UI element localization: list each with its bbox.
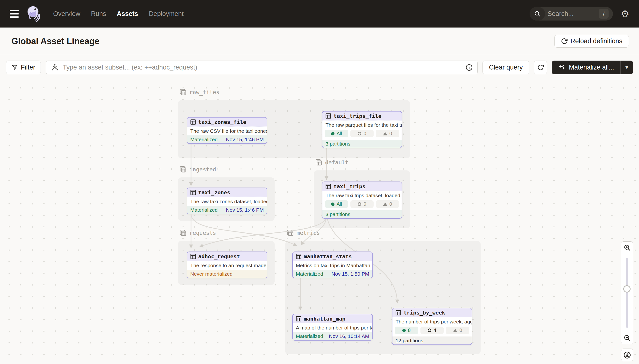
failed-partitions-badge[interactable]: 0 xyxy=(350,130,374,137)
download-icon xyxy=(623,351,631,359)
table-icon xyxy=(190,254,196,259)
failed-ring-icon xyxy=(428,328,431,332)
failed-partitions-badge[interactable]: 0 xyxy=(350,200,374,208)
asset-partitions-footer: 3 partitions xyxy=(322,140,402,148)
menu-icon[interactable] xyxy=(10,8,19,20)
asset-name: manhattan_map xyxy=(304,316,345,322)
zoom-slider-thumb[interactable] xyxy=(623,285,630,292)
materialization-timestamp[interactable]: Nov 15, 1:46 PM xyxy=(226,136,264,142)
asset-name: manhattan_stats xyxy=(304,254,352,260)
partitions-count: 12 partitions xyxy=(396,338,423,344)
download-image-button[interactable] xyxy=(621,348,633,361)
materialized-partitions-badge[interactable]: 8 xyxy=(395,326,418,334)
zoom-in-icon xyxy=(623,244,631,251)
refresh-button[interactable] xyxy=(534,60,547,74)
asset-node-header: taxi_zones xyxy=(187,188,267,197)
table-icon xyxy=(296,316,301,322)
nav-menu: Overview Runs Assets Deployment xyxy=(53,10,184,18)
nav-item-deployment[interactable]: Deployment xyxy=(149,10,184,18)
filter-button[interactable]: Filter xyxy=(6,60,41,74)
zoom-in-button[interactable] xyxy=(621,242,633,254)
failed-ring-icon xyxy=(358,132,361,136)
asset-name: taxi_trips_file xyxy=(334,113,382,119)
asset-description: A map of the number of trips per taxi z.… xyxy=(293,323,372,332)
asset-status-footer: Materialized Nov 15, 1:46 PM xyxy=(187,206,267,214)
asset-node-header: trips_by_week xyxy=(392,308,472,317)
page-title: Global Asset Lineage xyxy=(11,36,100,46)
nav-item-overview[interactable]: Overview xyxy=(53,10,81,18)
nav-item-assets[interactable]: Assets xyxy=(117,10,138,18)
search-box[interactable]: / xyxy=(530,7,613,20)
materialization-timestamp[interactable]: Nov 15, 1:50 PM xyxy=(332,271,369,277)
missing-partitions-badge[interactable]: 0 xyxy=(376,200,399,208)
asset-node-manhattan-map[interactable]: manhattan_map A map of the number of tri… xyxy=(292,314,373,340)
page-header: Global Asset Lineage Reload definitions xyxy=(0,28,639,55)
materialized-partitions-badge[interactable]: All xyxy=(325,130,348,137)
table-icon xyxy=(190,119,196,125)
partitions-count: 3 partitions xyxy=(326,141,350,147)
status-label: Materialized xyxy=(190,207,218,213)
materialization-timestamp[interactable]: Nov 16, 10:14 AM xyxy=(329,333,369,339)
failed-ring-icon xyxy=(358,202,361,206)
asset-node-taxi-zones-file[interactable]: taxi_zones_file The raw CSV file for the… xyxy=(187,117,267,144)
partitions-count: 3 partitions xyxy=(326,212,350,217)
asset-status-footer: Materialized Nov 15, 1:50 PM xyxy=(293,270,372,278)
asset-node-adhoc-request[interactable]: adhoc_request The response to an request… xyxy=(187,252,267,278)
table-icon xyxy=(296,254,301,259)
zoom-slider-track[interactable] xyxy=(626,258,628,328)
failed-partitions-badge[interactable]: 4 xyxy=(420,326,444,334)
asset-node-taxi-zones[interactable]: taxi_zones The raw taxi zones dataset, l… xyxy=(187,188,267,214)
partition-health-badges: All 0 0 xyxy=(322,200,402,210)
materialization-timestamp[interactable]: Nov 15, 1:46 PM xyxy=(226,207,264,213)
partition-health-badges: 8 4 0 xyxy=(392,326,472,336)
asset-name: taxi_zones_file xyxy=(198,119,246,125)
settings-gear-icon[interactable]: ⚙ xyxy=(621,9,629,18)
asset-node-taxi-trips-file[interactable]: taxi_trips_file The raw parquet files fo… xyxy=(322,111,402,148)
asset-node-trips-by-week[interactable]: trips_by_week The number of trips per we… xyxy=(392,308,472,345)
asset-node-header: taxi_trips xyxy=(322,182,402,191)
asset-name: taxi_trips xyxy=(334,184,365,190)
clear-query-button[interactable]: Clear query xyxy=(482,60,529,74)
nav-item-runs[interactable]: Runs xyxy=(91,10,106,18)
asset-status-footer: Materialized Nov 16, 10:14 AM xyxy=(293,332,372,340)
status-label: Never materialized xyxy=(190,271,233,277)
asset-node-header: taxi_trips_file xyxy=(322,112,402,120)
asset-name: trips_by_week xyxy=(404,310,445,316)
missing-partitions-badge[interactable]: 0 xyxy=(376,130,399,137)
lineage-toolbar: Filter Clear query Materialize all... xyxy=(0,55,639,80)
asset-node-manhattan-stats[interactable]: manhattan_stats Metrics on taxi trips in… xyxy=(292,252,373,278)
lineage-canvas[interactable]: raw_files ingested default requests metr… xyxy=(0,80,639,364)
funnel-icon xyxy=(12,64,18,70)
table-icon xyxy=(326,184,331,189)
partition-health-badges: All 0 0 xyxy=(322,130,402,140)
asset-node-header: manhattan_map xyxy=(293,314,372,323)
asset-description: The raw CSV file for the taxi zones dat.… xyxy=(187,126,267,136)
missing-triangle-icon xyxy=(453,329,457,332)
asset-subset-input[interactable] xyxy=(46,60,478,74)
search-icon xyxy=(530,7,545,20)
dagster-logo-icon[interactable] xyxy=(26,5,43,22)
zoom-out-button[interactable] xyxy=(621,332,633,344)
status-label: Materialized xyxy=(296,271,323,277)
asset-node-taxi-trips[interactable]: taxi_trips The raw taxi trips dataset, l… xyxy=(322,182,402,219)
materialize-dropdown-caret[interactable]: ▼ xyxy=(620,60,633,74)
asset-description: The response to an request made in th... xyxy=(187,261,267,270)
materialize-all-button[interactable]: Materialize all... ▼ xyxy=(552,60,633,74)
asset-node-header: taxi_zones_file xyxy=(187,118,267,126)
sparkle-icon xyxy=(558,64,565,71)
zoom-slider[interactable] xyxy=(621,254,633,332)
asset-description: Metrics on taxi trips in Manhattan xyxy=(293,261,372,270)
status-label: Materialized xyxy=(190,136,218,142)
top-nav: Overview Runs Assets Deployment / ⚙ xyxy=(0,0,639,28)
reload-definitions-button[interactable]: Reload definitions xyxy=(554,35,629,48)
search-input[interactable] xyxy=(547,10,588,18)
refresh-icon xyxy=(537,64,544,71)
materialized-partitions-badge[interactable]: All xyxy=(325,200,348,208)
asset-description: The raw taxi trips dataset, loaded into … xyxy=(322,191,402,200)
reload-icon xyxy=(561,38,567,44)
materialized-dot-icon xyxy=(402,329,406,332)
info-icon[interactable] xyxy=(465,64,473,71)
missing-partitions-badge[interactable]: 0 xyxy=(446,326,469,334)
asset-status-footer: Never materialized xyxy=(187,270,267,278)
materialized-dot-icon xyxy=(331,202,334,206)
